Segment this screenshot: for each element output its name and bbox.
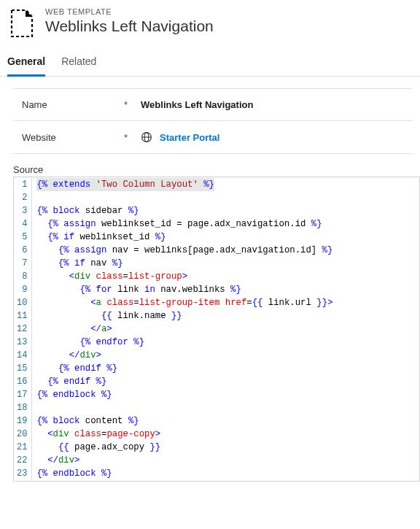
- tabs: General Related: [0, 45, 420, 77]
- form-panel: Name * Weblinks Left Navigation Website …: [13, 88, 413, 154]
- website-label: Website: [13, 132, 115, 143]
- header-eyebrow: WEB TEMPLATE: [45, 7, 413, 16]
- tab-general[interactable]: General: [7, 55, 45, 77]
- code-body[interactable]: {% extends 'Two Column Layout' %}{% bloc…: [32, 177, 337, 481]
- globe-icon: [141, 131, 152, 143]
- page-header: WEB TEMPLATE Weblinks Left Navigation: [0, 0, 420, 45]
- required-marker: *: [124, 99, 128, 110]
- required-marker: *: [124, 132, 128, 143]
- template-icon: [7, 7, 36, 39]
- source-label: Source: [13, 164, 420, 175]
- name-value[interactable]: Weblinks Left Navigation: [141, 99, 253, 110]
- name-label: Name: [13, 99, 115, 110]
- tab-related[interactable]: Related: [61, 55, 96, 77]
- row-name: Name * Weblinks Left Navigation: [13, 89, 413, 121]
- code-editor[interactable]: 1234567891011121314151617181920212223 {%…: [13, 177, 420, 482]
- row-website: Website * Starter Portal: [13, 121, 413, 154]
- code-gutter: 1234567891011121314151617181920212223: [14, 177, 32, 481]
- header-title: Weblinks Left Navigation: [45, 18, 413, 35]
- website-value[interactable]: Starter Portal: [160, 132, 219, 143]
